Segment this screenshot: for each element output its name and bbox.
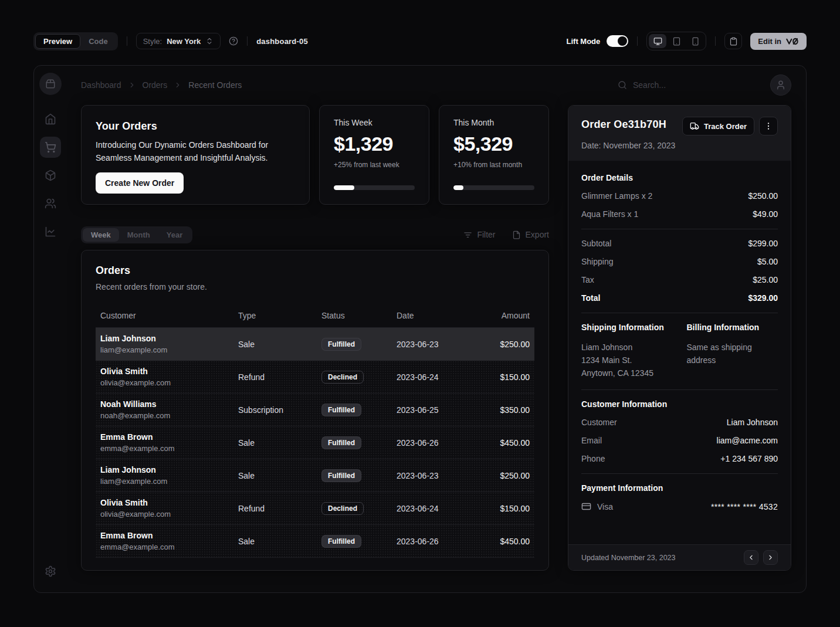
billing-info-title: Billing Information	[687, 323, 778, 332]
file-icon	[512, 231, 521, 239]
sidebar-item-analytics[interactable]	[40, 221, 61, 242]
stat-delta: +10% from last month	[453, 161, 534, 169]
export-label: Export	[526, 230, 549, 239]
tab-week[interactable]: Week	[83, 228, 119, 242]
previous-order-button[interactable]	[744, 550, 758, 565]
monitor-icon	[653, 37, 662, 46]
tablet-view-button[interactable]	[668, 34, 685, 48]
edit-in-v0-label: Edit in	[758, 37, 781, 46]
lift-mode-toggle[interactable]	[607, 35, 628, 47]
billing-info-block: Billing Information Same as shipping add…	[687, 323, 778, 379]
more-vertical-icon	[764, 121, 773, 131]
next-order-button[interactable]	[763, 550, 778, 565]
date-cell: 2023-06-24	[397, 504, 482, 513]
customer-email: emma@example.com	[100, 543, 238, 551]
copy-code-button[interactable]	[724, 33, 742, 49]
customer-email: olivia@example.com	[100, 510, 238, 518]
customer-cell: Emma Brown emma@example.com	[100, 531, 238, 551]
breadcrumb-dashboard[interactable]: Dashboard	[81, 80, 121, 90]
preview-toolbar: Preview Code Style: New York dashboard-0…	[33, 32, 807, 50]
order-item-label: Glimmer Lamps x 2	[581, 191, 652, 201]
table-row[interactable]: Liam Johnson liam@example.com Sale Fulfi…	[96, 328, 534, 361]
track-order-button[interactable]: Track Order	[682, 117, 754, 135]
preview-frame: Dashboard Orders Recent Orders Your Orde…	[33, 65, 807, 593]
promo-card: Your Orders Introducing Our Dynamic Orde…	[81, 105, 310, 205]
summary-label: Shipping	[581, 257, 614, 266]
search-icon	[618, 80, 627, 90]
desktop-view-button[interactable]	[649, 34, 666, 48]
toggle-knob	[618, 36, 627, 46]
order-item-value: $250.00	[748, 191, 778, 201]
table-row[interactable]: Olivia Smith olivia@example.com Refund D…	[96, 361, 534, 394]
code-tab[interactable]: Code	[80, 34, 116, 49]
order-details-title: Order Details	[581, 173, 778, 182]
style-select[interactable]: Style: New York	[136, 33, 221, 49]
chevron-right-icon	[767, 554, 774, 561]
order-pagination	[744, 550, 778, 565]
help-circle-icon	[229, 36, 238, 46]
date-cell: 2023-06-23	[397, 340, 482, 349]
package2-logo-icon	[45, 79, 56, 89]
customer-info-label: Phone	[581, 454, 605, 463]
order-more-button[interactable]	[759, 117, 778, 135]
create-new-order-button[interactable]: Create New Order	[96, 172, 184, 194]
phone-view-button[interactable]	[686, 34, 704, 48]
export-button[interactable]: Export	[512, 230, 549, 239]
app-logo-button[interactable]	[39, 73, 62, 95]
type-cell: Refund	[238, 372, 321, 382]
search-box	[618, 80, 762, 90]
sidebar-item-dashboard[interactable]	[40, 109, 61, 130]
edit-in-v0-button[interactable]: Edit in	[750, 33, 807, 50]
amount-cell: $450.00	[482, 438, 530, 448]
status-cell: Fulfilled	[321, 436, 397, 449]
customer-name: Olivia Smith	[100, 367, 238, 376]
orders-table-header: Customer Type Status Date Amount	[96, 304, 534, 328]
tab-month[interactable]: Month	[119, 228, 158, 242]
user-menu-button[interactable]	[770, 74, 791, 96]
help-button[interactable]	[229, 36, 238, 46]
customer-email: noah@example.com	[100, 411, 238, 420]
payment-card-number: **** **** **** 4532	[711, 502, 778, 511]
shipping-info-block: Shipping Information Liam Johnson 1234 M…	[581, 323, 673, 379]
date-cell: 2023-06-25	[397, 405, 482, 415]
orders-table-card: Orders Recent orders from your store. Cu…	[81, 250, 549, 571]
summary-row: Tax $25.00	[581, 275, 778, 284]
sidebar-item-orders[interactable]	[40, 137, 61, 158]
customer-email: emma@example.com	[100, 444, 238, 453]
customer-info-title: Customer Information	[581, 399, 778, 409]
sidebar-item-products[interactable]	[40, 165, 61, 186]
promo-title: Your Orders	[96, 120, 295, 133]
preview-tab[interactable]: Preview	[35, 34, 80, 49]
status-badge: Fulfilled	[321, 436, 361, 449]
tab-year[interactable]: Year	[158, 228, 191, 242]
status-badge: Fulfilled	[321, 469, 361, 482]
customer-cell: Olivia Smith olivia@example.com	[100, 498, 238, 518]
table-row[interactable]: Liam Johnson liam@example.com Sale Fulfi…	[96, 459, 534, 492]
order-panel-footer: Updated November 23, 2023	[568, 544, 791, 570]
stat-value: $5,329	[453, 133, 534, 155]
table-row[interactable]: Emma Brown emma@example.com Sale Fulfill…	[96, 426, 534, 459]
filter-button[interactable]: Filter	[463, 230, 495, 239]
stat-card: This Week $1,329 +25% from last week	[319, 105, 429, 205]
sidebar-item-customers[interactable]	[40, 193, 61, 214]
type-cell: Refund	[238, 504, 321, 513]
stat-value: $1,329	[334, 133, 415, 155]
table-row[interactable]: Noah Williams noah@example.com Subscript…	[96, 394, 534, 426]
summary-value: $25.00	[753, 275, 778, 284]
table-row[interactable]: Emma Brown emma@example.com Sale Fulfill…	[96, 525, 534, 558]
order-panel-title: Order Oe31b70H	[581, 118, 666, 131]
orders-subtitle: Recent orders from your store.	[96, 282, 534, 292]
divider	[127, 36, 127, 46]
amount-cell: $450.00	[482, 537, 530, 546]
sidebar-rail	[34, 66, 67, 592]
payment-method-row: Visa **** **** **** 4532	[581, 501, 778, 511]
orders-title: Orders	[96, 265, 534, 277]
search-input[interactable]	[633, 80, 762, 90]
table-row[interactable]: Olivia Smith olivia@example.com Refund D…	[96, 492, 534, 525]
column-status: Status	[321, 311, 397, 320]
breadcrumb-recent-orders: Recent Orders	[188, 80, 242, 90]
customer-cell: Noah Williams noah@example.com	[100, 399, 238, 420]
type-cell: Sale	[238, 340, 321, 349]
breadcrumb-orders[interactable]: Orders	[143, 80, 168, 90]
sidebar-item-settings[interactable]	[40, 561, 61, 582]
